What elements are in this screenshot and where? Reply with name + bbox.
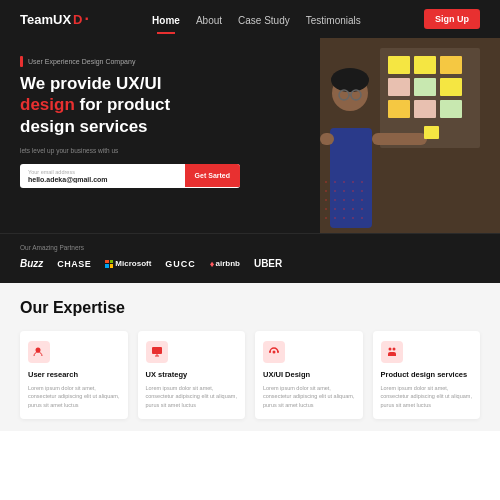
ux-ui-design-svg [268, 346, 280, 358]
user-research-icon [28, 341, 50, 363]
partners-section: Our Amazing Partners Buzz CHASE Microsof… [0, 233, 500, 283]
expertise-title: Our Expertise [20, 299, 480, 317]
logo-text: TeamUX [20, 12, 71, 27]
card-ux-strategy: UX strategy Lorem ipsum dolor sit amet, … [138, 331, 246, 419]
airbnb-icon: ♦ [210, 259, 215, 269]
hero-cta-button[interactable]: Get Sarted [185, 164, 240, 187]
nav-item-about[interactable]: About [196, 10, 222, 28]
hero-input-label: Your email address [28, 169, 177, 175]
hero-title: We provide UX/UI design for product desi… [20, 73, 472, 137]
hero-title-line3: design services [20, 117, 148, 136]
hero-tag-bar [20, 56, 23, 67]
partner-microsoft: Microsoft [105, 259, 151, 268]
expertise-section: Our Expertise User research Lorem ipsum … [0, 283, 500, 431]
card-ux-strategy-text: Lorem ipsum dolor sit amet, consectetur … [146, 384, 238, 409]
svg-rect-21 [152, 347, 162, 354]
partners-label: Our Amazing Partners [20, 244, 480, 251]
ux-ui-design-icon [263, 341, 285, 363]
ms-cell-3 [105, 264, 109, 268]
svg-point-24 [277, 351, 279, 353]
partner-buzz: Buzz [20, 258, 43, 269]
product-design-icon [381, 341, 403, 363]
nav-link-case[interactable]: Case Study [238, 15, 290, 26]
svg-point-25 [388, 348, 391, 351]
nav-item-testimonials[interactable]: Testimonials [306, 10, 361, 28]
partner-gucc: GUCC [165, 259, 196, 269]
card-ux-ui-design: UX/UI Design Lorem ipsum dolor sit amet,… [255, 331, 363, 419]
hero-title-line2: for product [75, 95, 170, 114]
logo[interactable]: TeamUXD· [20, 11, 89, 27]
partner-chase: CHASE [57, 259, 91, 269]
card-ux-ui-text: Lorem ipsum dolor sit amet, consectetur … [263, 384, 355, 409]
card-ux-strategy-title: UX strategy [146, 370, 238, 379]
ms-cell-2 [110, 260, 114, 264]
navbar: TeamUXD· Home About Case Study Testimoni… [0, 0, 500, 38]
partners-logos: Buzz CHASE Microsoft GUCC ♦airbnb UBER [20, 258, 480, 269]
nav-item-home[interactable]: Home [152, 10, 180, 28]
nav-links: Home About Case Study Testimonials [152, 10, 361, 28]
expertise-cards: User research Lorem ipsum dolor sit amet… [20, 331, 480, 419]
svg-point-22 [273, 351, 276, 354]
ux-strategy-svg [151, 346, 163, 358]
hero-form: Your email address Get Sarted [20, 164, 240, 188]
hero-subtitle: lets level up your business with us [20, 147, 472, 154]
ms-cell-4 [110, 264, 114, 268]
signup-button[interactable]: Sign Up [424, 9, 480, 29]
product-design-svg [386, 346, 398, 358]
logo-accent: D [73, 12, 82, 27]
hero-title-line1: We provide UX/UI [20, 74, 161, 93]
hero-left: User Experience Design Company We provid… [20, 56, 480, 219]
hero-tag: User Experience Design Company [20, 56, 472, 67]
nav-link-testimonials[interactable]: Testimonials [306, 15, 361, 26]
card-product-text: Lorem ipsum dolor sit amet, consectetur … [381, 384, 473, 409]
hero-input-wrap: Your email address [20, 164, 185, 188]
hero-tag-text: User Experience Design Company [28, 58, 135, 65]
nav-item-case[interactable]: Case Study [238, 10, 290, 28]
user-research-svg [33, 346, 45, 358]
card-user-research-text: Lorem ipsum dolor sit amet, consectetur … [28, 384, 120, 409]
nav-link-home[interactable]: Home [152, 15, 180, 26]
partner-uber: UBER [254, 258, 282, 269]
logo-dot: · [84, 11, 88, 27]
ms-cell-1 [105, 260, 109, 264]
nav-link-about[interactable]: About [196, 15, 222, 26]
hero-section: User Experience Design Company We provid… [0, 38, 500, 233]
svg-point-26 [392, 348, 395, 351]
ux-strategy-icon [146, 341, 168, 363]
card-product-title: Product design services [381, 370, 473, 379]
card-product-design: Product design services Lorem ipsum dolo… [373, 331, 481, 419]
card-user-research: User research Lorem ipsum dolor sit amet… [20, 331, 128, 419]
partner-airbnb: ♦airbnb [210, 259, 240, 269]
card-ux-ui-title: UX/UI Design [263, 370, 355, 379]
microsoft-grid-icon [105, 260, 113, 268]
hero-title-red: design [20, 95, 75, 114]
hero-email-input[interactable] [28, 176, 177, 183]
card-user-research-title: User research [28, 370, 120, 379]
svg-point-23 [269, 351, 271, 353]
